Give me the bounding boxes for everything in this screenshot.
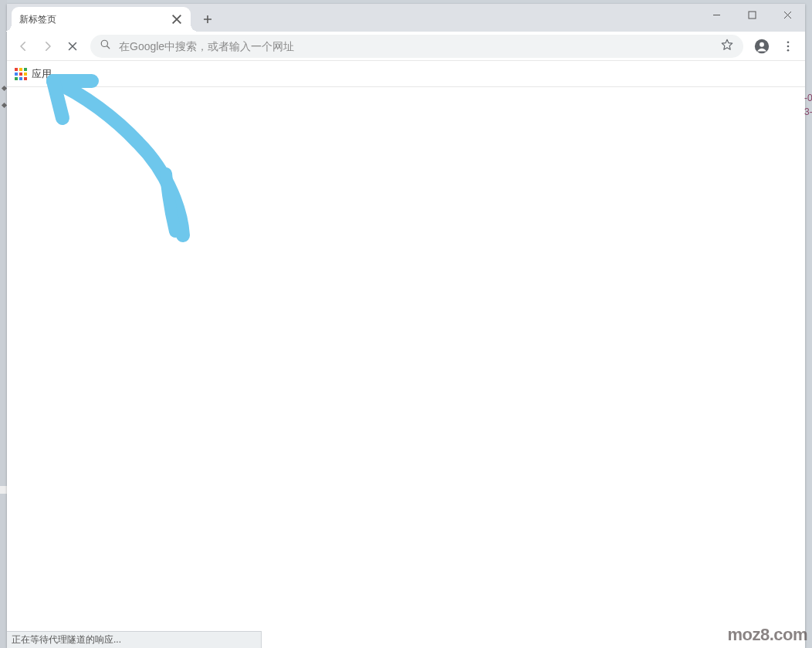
cutoff-text: 3- bbox=[804, 106, 812, 120]
watermark: moz8.com bbox=[727, 625, 807, 645]
profile-button[interactable] bbox=[749, 34, 774, 59]
minimize-button[interactable] bbox=[699, 4, 734, 25]
arrow-left-icon bbox=[16, 39, 30, 53]
svg-rect-0 bbox=[749, 12, 756, 19]
pin-icon bbox=[2, 103, 7, 108]
address-input[interactable] bbox=[119, 40, 712, 52]
browser-window: 新标签页 bbox=[7, 4, 805, 648]
svg-point-5 bbox=[787, 45, 790, 47]
maximize-icon bbox=[748, 11, 756, 19]
maximize-button[interactable] bbox=[734, 4, 770, 25]
page-content bbox=[7, 87, 805, 648]
arrow-right-icon bbox=[41, 39, 55, 53]
page-strip bbox=[0, 486, 7, 494]
window-controls bbox=[699, 4, 805, 25]
svg-point-4 bbox=[787, 41, 790, 43]
status-text: 正在等待代理隧道的响应... bbox=[12, 633, 121, 646]
close-icon bbox=[171, 13, 183, 25]
apps-grid-icon bbox=[15, 68, 27, 80]
close-icon bbox=[783, 11, 792, 19]
minimize-icon bbox=[712, 11, 721, 19]
bookmark-star-button[interactable] bbox=[720, 38, 734, 55]
stop-reload-button[interactable] bbox=[61, 35, 84, 58]
close-icon bbox=[66, 39, 80, 53]
pin-icon bbox=[2, 86, 7, 91]
svg-point-3 bbox=[760, 42, 764, 46]
plus-icon bbox=[202, 14, 213, 25]
cutoff-text: -0 bbox=[804, 93, 812, 106]
apps-label: 应用 bbox=[32, 67, 52, 81]
omnibox[interactable] bbox=[90, 35, 743, 58]
close-window-button[interactable] bbox=[770, 4, 805, 25]
titlebar[interactable]: 新标签页 bbox=[7, 4, 805, 32]
star-icon bbox=[720, 38, 734, 52]
status-bar: 正在等待代理隧道的响应... bbox=[7, 631, 262, 648]
tab-close-button[interactable] bbox=[171, 13, 183, 25]
forward-button[interactable] bbox=[36, 35, 59, 58]
user-icon bbox=[753, 38, 770, 55]
search-icon bbox=[100, 39, 111, 53]
apps-shortcut[interactable]: 应用 bbox=[15, 67, 52, 81]
toolbar bbox=[7, 32, 805, 61]
menu-button[interactable] bbox=[776, 34, 800, 59]
svg-point-1 bbox=[101, 40, 107, 46]
right-cutoff-strip: -0 3- bbox=[804, 93, 812, 123]
tab-title: 新标签页 bbox=[19, 13, 171, 26]
svg-point-6 bbox=[787, 49, 790, 51]
new-tab-button[interactable] bbox=[197, 8, 218, 30]
bookmarks-bar: 应用 bbox=[7, 61, 805, 87]
left-desktop-strip bbox=[0, 0, 7, 648]
kebab-icon bbox=[781, 39, 795, 53]
tab-active[interactable]: 新标签页 bbox=[12, 7, 191, 32]
back-button[interactable] bbox=[12, 35, 35, 58]
